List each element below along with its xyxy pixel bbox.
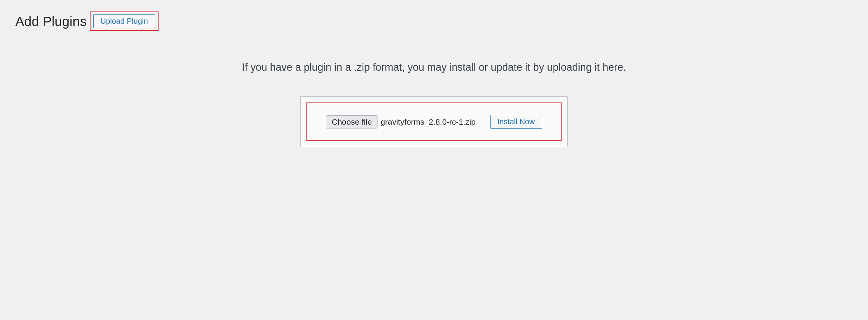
install-now-button[interactable]: Install Now — [490, 115, 542, 129]
page-title: Add Plugins — [15, 13, 87, 30]
selected-filename: gravityforms_2.8.0-rc-1.zip — [381, 117, 476, 127]
choose-file-button[interactable]: Choose file — [326, 115, 377, 128]
upload-panel: Choose file gravityforms_2.8.0-rc-1.zip … — [300, 96, 568, 147]
upload-form-highlight: Choose file gravityforms_2.8.0-rc-1.zip … — [306, 102, 562, 141]
upload-plugin-highlight: Upload Plugin — [90, 11, 159, 31]
upload-plugin-button[interactable]: Upload Plugin — [93, 14, 155, 28]
page-header: Add Plugins Upload Plugin — [15, 11, 853, 31]
upload-help-text: If you have a plugin in a .zip format, y… — [15, 62, 853, 73]
